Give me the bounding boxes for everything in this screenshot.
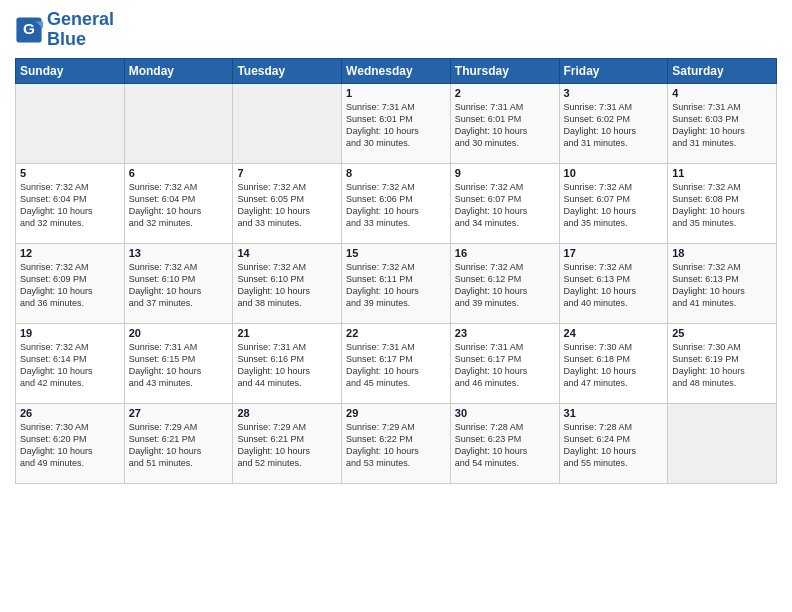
calendar-cell: 14Sunrise: 7:32 AM Sunset: 6:10 PM Dayli…: [233, 243, 342, 323]
calendar-table: SundayMondayTuesdayWednesdayThursdayFrid…: [15, 58, 777, 484]
day-info: Sunrise: 7:31 AM Sunset: 6:02 PM Dayligh…: [564, 101, 664, 150]
calendar-cell: 1Sunrise: 7:31 AM Sunset: 6:01 PM Daylig…: [342, 83, 451, 163]
day-info: Sunrise: 7:32 AM Sunset: 6:08 PM Dayligh…: [672, 181, 772, 230]
day-number: 25: [672, 327, 772, 339]
day-number: 15: [346, 247, 446, 259]
day-number: 29: [346, 407, 446, 419]
day-info: Sunrise: 7:30 AM Sunset: 6:20 PM Dayligh…: [20, 421, 120, 470]
day-number: 17: [564, 247, 664, 259]
logo-blue: Blue: [47, 29, 86, 49]
weekday-header-row: SundayMondayTuesdayWednesdayThursdayFrid…: [16, 58, 777, 83]
day-number: 24: [564, 327, 664, 339]
day-number: 28: [237, 407, 337, 419]
calendar-cell: 4Sunrise: 7:31 AM Sunset: 6:03 PM Daylig…: [668, 83, 777, 163]
calendar-cell: 7Sunrise: 7:32 AM Sunset: 6:05 PM Daylig…: [233, 163, 342, 243]
day-info: Sunrise: 7:29 AM Sunset: 6:21 PM Dayligh…: [129, 421, 229, 470]
calendar-cell: 22Sunrise: 7:31 AM Sunset: 6:17 PM Dayli…: [342, 323, 451, 403]
calendar-cell: 28Sunrise: 7:29 AM Sunset: 6:21 PM Dayli…: [233, 403, 342, 483]
day-number: 9: [455, 167, 555, 179]
day-number: 1: [346, 87, 446, 99]
day-number: 18: [672, 247, 772, 259]
day-info: Sunrise: 7:32 AM Sunset: 6:12 PM Dayligh…: [455, 261, 555, 310]
calendar-cell: 24Sunrise: 7:30 AM Sunset: 6:18 PM Dayli…: [559, 323, 668, 403]
calendar-cell: 8Sunrise: 7:32 AM Sunset: 6:06 PM Daylig…: [342, 163, 451, 243]
day-number: 3: [564, 87, 664, 99]
calendar-cell: 31Sunrise: 7:28 AM Sunset: 6:24 PM Dayli…: [559, 403, 668, 483]
page-container: G General Blue SundayMondayTuesdayWednes…: [0, 0, 792, 494]
week-row-5: 26Sunrise: 7:30 AM Sunset: 6:20 PM Dayli…: [16, 403, 777, 483]
day-info: Sunrise: 7:32 AM Sunset: 6:10 PM Dayligh…: [237, 261, 337, 310]
calendar-cell: 6Sunrise: 7:32 AM Sunset: 6:04 PM Daylig…: [124, 163, 233, 243]
day-number: 31: [564, 407, 664, 419]
day-info: Sunrise: 7:29 AM Sunset: 6:22 PM Dayligh…: [346, 421, 446, 470]
calendar-cell: 23Sunrise: 7:31 AM Sunset: 6:17 PM Dayli…: [450, 323, 559, 403]
day-number: 11: [672, 167, 772, 179]
day-info: Sunrise: 7:31 AM Sunset: 6:16 PM Dayligh…: [237, 341, 337, 390]
day-info: Sunrise: 7:32 AM Sunset: 6:13 PM Dayligh…: [672, 261, 772, 310]
logo-text: General Blue: [47, 10, 114, 50]
day-info: Sunrise: 7:32 AM Sunset: 6:04 PM Dayligh…: [129, 181, 229, 230]
day-info: Sunrise: 7:28 AM Sunset: 6:24 PM Dayligh…: [564, 421, 664, 470]
calendar-cell: 10Sunrise: 7:32 AM Sunset: 6:07 PM Dayli…: [559, 163, 668, 243]
day-number: 21: [237, 327, 337, 339]
header: G General Blue: [15, 10, 777, 50]
logo-icon: G: [15, 16, 43, 44]
calendar-cell: 26Sunrise: 7:30 AM Sunset: 6:20 PM Dayli…: [16, 403, 125, 483]
day-info: Sunrise: 7:32 AM Sunset: 6:06 PM Dayligh…: [346, 181, 446, 230]
calendar-cell: 30Sunrise: 7:28 AM Sunset: 6:23 PM Dayli…: [450, 403, 559, 483]
day-info: Sunrise: 7:32 AM Sunset: 6:07 PM Dayligh…: [455, 181, 555, 230]
calendar-cell: 21Sunrise: 7:31 AM Sunset: 6:16 PM Dayli…: [233, 323, 342, 403]
calendar-cell: 5Sunrise: 7:32 AM Sunset: 6:04 PM Daylig…: [16, 163, 125, 243]
day-info: Sunrise: 7:31 AM Sunset: 6:15 PM Dayligh…: [129, 341, 229, 390]
day-info: Sunrise: 7:30 AM Sunset: 6:19 PM Dayligh…: [672, 341, 772, 390]
day-number: 20: [129, 327, 229, 339]
week-row-1: 1Sunrise: 7:31 AM Sunset: 6:01 PM Daylig…: [16, 83, 777, 163]
day-info: Sunrise: 7:31 AM Sunset: 6:03 PM Dayligh…: [672, 101, 772, 150]
week-row-4: 19Sunrise: 7:32 AM Sunset: 6:14 PM Dayli…: [16, 323, 777, 403]
calendar-cell: 27Sunrise: 7:29 AM Sunset: 6:21 PM Dayli…: [124, 403, 233, 483]
day-info: Sunrise: 7:29 AM Sunset: 6:21 PM Dayligh…: [237, 421, 337, 470]
weekday-header-sunday: Sunday: [16, 58, 125, 83]
calendar-cell: 16Sunrise: 7:32 AM Sunset: 6:12 PM Dayli…: [450, 243, 559, 323]
day-info: Sunrise: 7:32 AM Sunset: 6:09 PM Dayligh…: [20, 261, 120, 310]
calendar-cell: 11Sunrise: 7:32 AM Sunset: 6:08 PM Dayli…: [668, 163, 777, 243]
calendar-cell: [124, 83, 233, 163]
calendar-cell: 18Sunrise: 7:32 AM Sunset: 6:13 PM Dayli…: [668, 243, 777, 323]
day-number: 4: [672, 87, 772, 99]
calendar-cell: 9Sunrise: 7:32 AM Sunset: 6:07 PM Daylig…: [450, 163, 559, 243]
calendar-cell: 3Sunrise: 7:31 AM Sunset: 6:02 PM Daylig…: [559, 83, 668, 163]
calendar-cell: 25Sunrise: 7:30 AM Sunset: 6:19 PM Dayli…: [668, 323, 777, 403]
weekday-header-wednesday: Wednesday: [342, 58, 451, 83]
day-number: 10: [564, 167, 664, 179]
calendar-cell: 17Sunrise: 7:32 AM Sunset: 6:13 PM Dayli…: [559, 243, 668, 323]
logo: G General Blue: [15, 10, 114, 50]
day-info: Sunrise: 7:32 AM Sunset: 6:07 PM Dayligh…: [564, 181, 664, 230]
calendar-cell: 20Sunrise: 7:31 AM Sunset: 6:15 PM Dayli…: [124, 323, 233, 403]
day-number: 12: [20, 247, 120, 259]
calendar-cell: [668, 403, 777, 483]
week-row-3: 12Sunrise: 7:32 AM Sunset: 6:09 PM Dayli…: [16, 243, 777, 323]
day-number: 23: [455, 327, 555, 339]
day-info: Sunrise: 7:32 AM Sunset: 6:14 PM Dayligh…: [20, 341, 120, 390]
weekday-header-tuesday: Tuesday: [233, 58, 342, 83]
weekday-header-saturday: Saturday: [668, 58, 777, 83]
day-info: Sunrise: 7:32 AM Sunset: 6:04 PM Dayligh…: [20, 181, 120, 230]
day-info: Sunrise: 7:31 AM Sunset: 6:17 PM Dayligh…: [455, 341, 555, 390]
day-number: 19: [20, 327, 120, 339]
day-info: Sunrise: 7:30 AM Sunset: 6:18 PM Dayligh…: [564, 341, 664, 390]
calendar-cell: 13Sunrise: 7:32 AM Sunset: 6:10 PM Dayli…: [124, 243, 233, 323]
logo-general: General: [47, 9, 114, 29]
day-info: Sunrise: 7:31 AM Sunset: 6:01 PM Dayligh…: [346, 101, 446, 150]
day-number: 8: [346, 167, 446, 179]
calendar-cell: 12Sunrise: 7:32 AM Sunset: 6:09 PM Dayli…: [16, 243, 125, 323]
calendar-cell: 2Sunrise: 7:31 AM Sunset: 6:01 PM Daylig…: [450, 83, 559, 163]
day-info: Sunrise: 7:32 AM Sunset: 6:10 PM Dayligh…: [129, 261, 229, 310]
weekday-header-monday: Monday: [124, 58, 233, 83]
calendar-cell: 29Sunrise: 7:29 AM Sunset: 6:22 PM Dayli…: [342, 403, 451, 483]
calendar-cell: 15Sunrise: 7:32 AM Sunset: 6:11 PM Dayli…: [342, 243, 451, 323]
week-row-2: 5Sunrise: 7:32 AM Sunset: 6:04 PM Daylig…: [16, 163, 777, 243]
day-number: 14: [237, 247, 337, 259]
day-info: Sunrise: 7:28 AM Sunset: 6:23 PM Dayligh…: [455, 421, 555, 470]
day-number: 5: [20, 167, 120, 179]
day-info: Sunrise: 7:31 AM Sunset: 6:01 PM Dayligh…: [455, 101, 555, 150]
